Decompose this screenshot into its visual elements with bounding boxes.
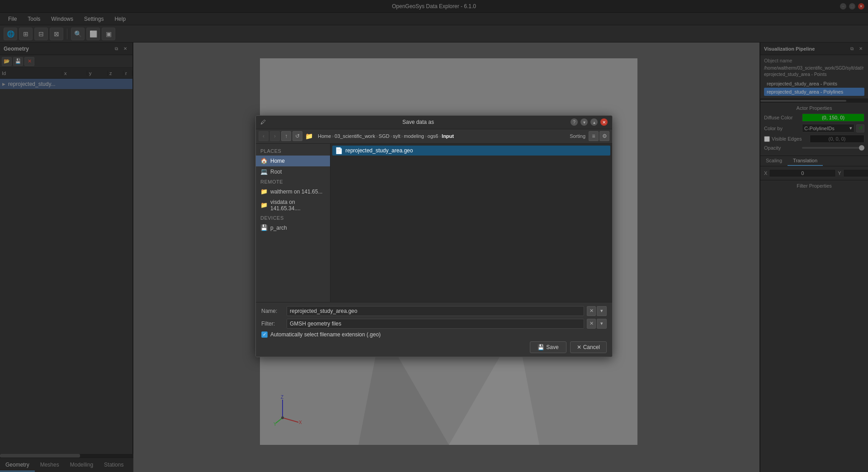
- breadcrumb-modeling[interactable]: modeling: [404, 133, 424, 139]
- nav-folder-icon: 📁: [304, 131, 314, 141]
- dialog-expand-button[interactable]: ▴: [590, 118, 598, 126]
- filter-dropdown-button[interactable]: ▾: [597, 319, 607, 329]
- nav-forward-button[interactable]: ›: [270, 131, 280, 141]
- sort-label: Sorting: [570, 133, 585, 139]
- breadcrumb-home[interactable]: Home: [318, 133, 331, 139]
- devices-label: Devices: [256, 213, 330, 222]
- dialog-minimize-button[interactable]: ▾: [580, 118, 588, 126]
- places-label: Places: [256, 146, 330, 156]
- dialog-help-button[interactable]: ?: [571, 118, 578, 126]
- device-icon: 💾: [260, 224, 268, 231]
- places-item-parch[interactable]: 💾 p_arch: [256, 222, 330, 233]
- cancel-icon: ✕: [577, 344, 581, 350]
- filter-input[interactable]: [287, 319, 584, 329]
- home-icon: 🏠: [260, 157, 268, 165]
- dialog-title-controls: ? ▾ ▴ ✕: [571, 118, 608, 126]
- auto-extension-checkbox[interactable]: ✓: [261, 331, 268, 338]
- places-item-waltherm[interactable]: 📁 waltherm on 141.65...: [256, 186, 330, 197]
- dialog-footer: Name: ✕ ▾ Filter: ✕ ▾ ✓ Automatically se…: [256, 302, 612, 357]
- nav-up-button[interactable]: ↑: [281, 131, 291, 141]
- save-button[interactable]: 💾 Save: [530, 341, 566, 353]
- name-input-controls: ✕ ▾: [587, 306, 607, 316]
- root-icon: 💻: [260, 168, 268, 175]
- name-input[interactable]: [287, 306, 584, 316]
- remote-folder-icon-2: 📁: [260, 202, 268, 209]
- places-panel: Places 🏠 Home 💻 Root Remote 📁 waltherm o…: [256, 144, 330, 302]
- name-label: Name:: [261, 308, 284, 314]
- breadcrumb-03[interactable]: 03_scientific_work: [335, 133, 375, 139]
- nav-back-button[interactable]: ‹: [259, 131, 269, 141]
- dialog-body: Places 🏠 Home 💻 Root Remote 📁 waltherm o…: [256, 144, 612, 302]
- cancel-button[interactable]: ✕ Cancel: [570, 341, 607, 353]
- name-dropdown-button[interactable]: ▾: [597, 306, 607, 316]
- view-settings-button[interactable]: ⚙: [599, 131, 609, 141]
- dialog-title-icon: 🖊: [260, 119, 266, 125]
- view-buttons: ≡ ⚙: [589, 131, 609, 141]
- filter-label: Filter:: [261, 321, 284, 327]
- breadcrumb-ogs6[interactable]: ogs6: [428, 133, 439, 139]
- filter-clear-button[interactable]: ✕: [587, 319, 596, 329]
- save-icon: 💾: [538, 344, 544, 350]
- filter-row: Filter: ✕ ▾: [261, 319, 607, 329]
- places-item-visdata[interactable]: 📁 visdata on 141.65.34....: [256, 197, 330, 213]
- remote-label: Remote: [256, 177, 330, 186]
- name-clear-button[interactable]: ✕: [587, 306, 596, 316]
- dialog-title: Save data as: [402, 119, 434, 125]
- files-panel: 📄 reprojected_study_area.geo: [330, 144, 612, 302]
- breadcrumb-sylt[interactable]: sylt: [393, 133, 401, 139]
- file-icon: 📄: [335, 147, 343, 154]
- save-dialog: 🖊 Save data as ? ▾ ▴ ✕ ‹ › ↑ ↺ 📁 Home › …: [255, 115, 613, 357]
- breadcrumb-sgd[interactable]: SGD: [379, 133, 390, 139]
- dialog-close-button[interactable]: ✕: [600, 118, 608, 126]
- name-row: Name: ✕ ▾: [261, 306, 607, 316]
- breadcrumb-input[interactable]: Input: [442, 133, 454, 139]
- places-item-home[interactable]: 🏠 Home: [256, 156, 330, 166]
- dialog-toolbar: ‹ › ↑ ↺ 📁 Home › 03_scientific_work › SG…: [256, 129, 612, 144]
- remote-folder-icon-1: 📁: [260, 188, 268, 195]
- dialog-buttons: 💾 Save ✕ Cancel: [261, 341, 607, 353]
- places-item-root[interactable]: 💻 Root: [256, 166, 330, 177]
- view-list-button[interactable]: ≡: [589, 131, 599, 141]
- auto-extension-row: ✓ Automatically select filename extensio…: [261, 331, 607, 338]
- dialog-titlebar: 🖊 Save data as ? ▾ ▴ ✕: [256, 116, 612, 129]
- dialog-overlay: 🖊 Save data as ? ▾ ▴ ✕ ‹ › ↑ ↺ 📁 Home › …: [0, 0, 868, 472]
- filter-input-controls: ✕ ▾: [587, 319, 607, 329]
- file-item[interactable]: 📄 reprojected_study_area.geo: [332, 146, 610, 156]
- location-bar: Home › 03_scientific_work › SGD › sylt ›…: [318, 133, 566, 139]
- auto-extension-label: Automatically select filename extension …: [270, 331, 381, 338]
- nav-refresh-button[interactable]: ↺: [292, 131, 302, 141]
